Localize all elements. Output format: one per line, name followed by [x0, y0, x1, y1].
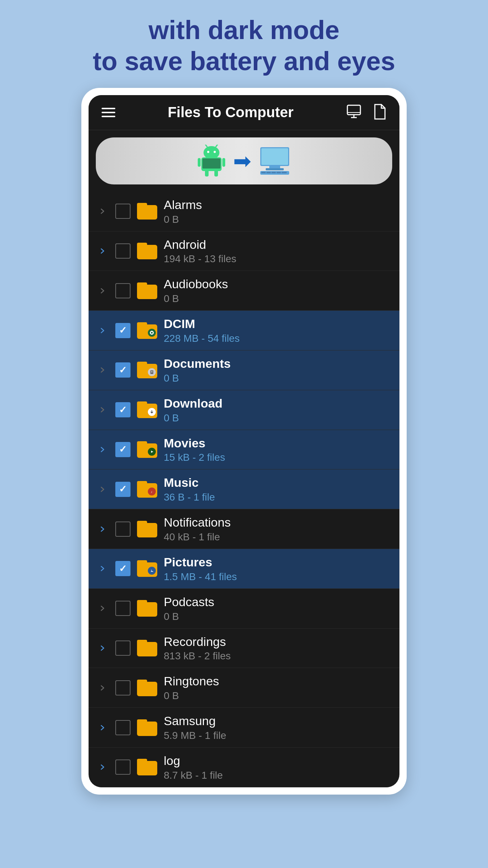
folder-checkbox[interactable] — [115, 522, 130, 537]
svg-rect-13 — [214, 170, 218, 176]
folder-icon — [137, 600, 157, 617]
file-row[interactable]: Pictures 1.5 MB - 41 files — [89, 549, 399, 589]
menu-button[interactable] — [102, 108, 115, 117]
folder-name: Download — [164, 396, 392, 411]
chevron-icon[interactable] — [96, 403, 109, 416]
file-row[interactable]: Ringtones 0 B — [89, 668, 399, 708]
chevron-icon[interactable] — [96, 284, 109, 297]
svg-point-5 — [204, 146, 219, 159]
svg-line-8 — [205, 145, 207, 147]
folder-size: 36 B - 1 file — [164, 492, 392, 503]
file-row[interactable]: Podcasts 0 B — [89, 589, 399, 629]
folder-checkbox[interactable] — [115, 601, 130, 616]
chevron-icon[interactable] — [96, 642, 109, 655]
svg-point-35 — [151, 570, 152, 571]
app-title: Files To Computer — [168, 104, 294, 120]
chevron-icon[interactable] — [96, 761, 109, 774]
folder-name: Documents — [164, 356, 392, 371]
folder-checkbox[interactable] — [115, 204, 130, 219]
chevron-icon[interactable] — [96, 523, 109, 536]
folder-checkbox[interactable] — [115, 283, 130, 298]
file-row[interactable]: Notifications 40 kB - 1 file — [89, 509, 399, 549]
chevron-icon[interactable] — [96, 681, 109, 694]
svg-rect-21 — [266, 172, 271, 173]
folder-name: Audiobooks — [164, 277, 392, 292]
file-row[interactable]: Alarms 0 B — [89, 192, 399, 231]
transfer-banner: ➡ — [96, 137, 392, 184]
folder-size: 0 B — [164, 373, 392, 384]
folder-info: log 8.7 kB - 1 file — [164, 753, 392, 781]
folder-checkbox[interactable] — [115, 243, 130, 259]
folder-name: Music — [164, 475, 392, 490]
chevron-icon[interactable] — [96, 205, 109, 218]
chevron-icon[interactable] — [96, 443, 109, 456]
folder-info: Notifications 40 kB - 1 file — [164, 515, 392, 543]
svg-rect-17 — [269, 166, 280, 168]
svg-rect-24 — [282, 172, 287, 173]
folder-info: Ringtones 0 B — [164, 674, 392, 702]
chevron-icon[interactable] — [96, 363, 109, 376]
phone-container: Files To Computer — [81, 88, 407, 795]
file-row[interactable]: Android 194 kB - 13 files — [89, 231, 399, 271]
folder-size: 228 MB - 54 files — [164, 333, 392, 344]
svg-rect-0 — [347, 105, 360, 115]
folder-icon — [137, 362, 157, 378]
file-row[interactable]: DCIM 228 MB - 54 files — [89, 311, 399, 350]
folder-info: Music 36 B - 1 file — [164, 475, 392, 503]
folder-checkbox[interactable] — [115, 402, 130, 417]
header-section: with dark mode to save battery and eyes — [71, 0, 417, 88]
chevron-icon[interactable] — [96, 602, 109, 615]
folder-checkbox[interactable] — [115, 323, 130, 338]
folder-icon — [137, 243, 157, 259]
folder-info: Android 194 kB - 13 files — [164, 237, 392, 265]
folder-checkbox[interactable] — [115, 760, 130, 775]
folder-checkbox[interactable] — [115, 680, 130, 695]
folder-checkbox[interactable] — [115, 442, 130, 457]
folder-size: 0 B — [164, 412, 392, 424]
svg-rect-11 — [222, 158, 225, 167]
folder-info: Recordings 813 kB - 2 files — [164, 634, 392, 662]
folder-info: Podcasts 0 B — [164, 595, 392, 622]
svg-rect-20 — [261, 172, 266, 173]
file-row[interactable]: Samsung 5.9 MB - 1 file — [89, 708, 399, 748]
folder-name: Alarms — [164, 197, 392, 212]
svg-rect-10 — [198, 158, 201, 167]
folder-info: Pictures 1.5 MB - 41 files — [164, 555, 392, 583]
folder-name: log — [164, 753, 392, 768]
folder-size: 813 kB - 2 files — [164, 650, 392, 662]
monitor-icon[interactable] — [346, 104, 362, 121]
folder-size: 5.9 MB - 1 file — [164, 730, 392, 741]
file-row[interactable]: ♪ Music 36 B - 1 file — [89, 469, 399, 509]
svg-point-7 — [214, 151, 216, 153]
file-icon[interactable] — [373, 104, 386, 121]
chevron-icon[interactable] — [96, 562, 109, 575]
folder-icon — [137, 521, 157, 537]
folder-info: Alarms 0 B — [164, 197, 392, 225]
chevron-icon[interactable] — [96, 324, 109, 337]
folder-checkbox[interactable] — [115, 720, 130, 735]
folder-info: Documents 0 B — [164, 356, 392, 384]
file-row[interactable]: Download 0 B — [89, 390, 399, 430]
file-row[interactable]: log 8.7 kB - 1 file — [89, 748, 399, 787]
folder-size: 15 kB - 2 files — [164, 452, 392, 463]
folder-checkbox[interactable] — [115, 362, 130, 378]
folder-checkbox[interactable] — [115, 482, 130, 497]
folder-size: 0 B — [164, 690, 392, 702]
svg-rect-22 — [271, 172, 276, 173]
folder-name: Notifications — [164, 515, 392, 530]
chevron-icon[interactable] — [96, 483, 109, 496]
file-row[interactable]: Audiobooks 0 B — [89, 271, 399, 311]
arrow-icon: ➡ — [233, 148, 251, 174]
folder-size: 0 B — [164, 293, 392, 305]
folder-checkbox[interactable] — [115, 641, 130, 656]
folder-checkbox[interactable] — [115, 561, 130, 576]
folder-name: Samsung — [164, 714, 392, 728]
folder-info: DCIM 228 MB - 54 files — [164, 316, 392, 344]
file-row[interactable]: Movies 15 kB - 2 files — [89, 430, 399, 470]
folder-icon — [137, 680, 157, 696]
file-row[interactable]: Documents 0 B — [89, 350, 399, 390]
file-row[interactable]: Recordings 813 kB - 2 files — [89, 629, 399, 668]
chevron-icon[interactable] — [96, 244, 109, 258]
folder-icon — [137, 719, 157, 736]
chevron-icon[interactable] — [96, 721, 109, 734]
